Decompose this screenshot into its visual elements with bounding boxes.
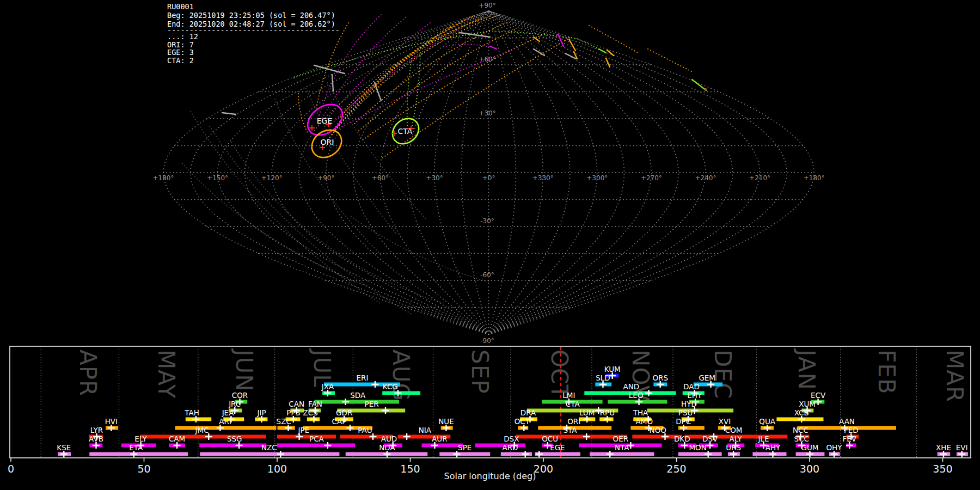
shower-bar-AUR [422,444,463,448]
radiant-label-CTA: CTA [398,127,413,136]
gray-meteor-segment [332,75,333,91]
gray-meteor-segment [314,65,345,74]
shower-label-SPE: SPE [458,443,471,452]
green-trail [577,39,598,48]
latitude-label: +60° [479,56,495,63]
axis-tick-label: 150 [400,463,420,475]
orange-trail [336,16,473,126]
latitude-label: -90° [480,337,494,345]
shower-peak-marker-ERI [372,381,379,388]
shower-label-KCG: KCG [383,382,398,391]
gray-trail [191,112,381,304]
shower-bar-JMC [140,435,266,439]
longitude-label: +60° [372,174,389,182]
shower-label-PER: PER [365,400,379,408]
shower-label-JEA: JEA [222,408,235,417]
shower-label-DAD: DAD [683,382,700,391]
shower-label-COR: COR [232,391,248,400]
shower-label-ORS: ORS [652,373,668,382]
shower-label-DSV: DSV [702,434,718,443]
shower-label-NTA: NTA [615,443,629,452]
axis-tick-label: 250 [666,463,686,475]
gray-trail [210,126,413,315]
meteor-radiant-screen: +180°+150°+120°+90°+60°+30°+0°+330°+300°… [0,0,980,490]
radiant-label-ORI: ORI [321,138,334,146]
shower-label-NDA: NDA [379,443,395,452]
shower-label-JIP: JIP [257,408,266,417]
shower-label-CTA: CTA [566,400,580,408]
shower-label-ARI: ARI [219,417,231,426]
shower-label-DRA: DRA [520,408,536,417]
shower-label-KSE: KSE [57,443,71,452]
station-id: RU0001 [167,2,194,11]
axis-tick-label: 50 [137,463,150,475]
shower-label-EVI: EVI [956,443,968,452]
timeline-shower-bars: KUMERISLDORSGEMJXAKCGANDDADCORSDALMILEOE… [57,365,968,457]
orange-trail [348,15,498,115]
shower-label-NOO: NOO [650,426,666,434]
shower-label-SCC: SCC [794,434,809,443]
latitude-label: -30° [480,217,494,225]
shower-bar-ETA [89,452,188,456]
radiant-marker-EGE [309,125,315,131]
shower-label-LEO: LEO [629,391,644,400]
longitude-label: +210° [749,174,770,182]
shower-counts: ...: 12ORI: 7EGE: 3CTA: 2 [167,32,198,65]
shower-label-AVB: AVB [89,434,103,443]
shower-label-JPE: JPE [298,426,310,434]
longitude-label: +240° [695,174,716,182]
shower-label-DPC: DPC [676,417,691,426]
shower-label-EGE: EGE [550,443,565,452]
shower-label-EHY: EHY [687,391,702,400]
shower-label-SSG: SSG [227,434,242,443]
shower-bar-SDA [315,400,400,404]
shower-label-ORI: ORI [567,417,580,426]
shower-label-SLD: SLD [596,373,610,382]
shower-label-AND: AND [623,382,640,391]
grid-meridian [489,11,760,334]
axis-tick-label: 300 [800,463,819,475]
month-label-JUL: JUL [309,348,335,388]
shower-label-GUM: GUM [801,443,819,452]
shower-label-COM: COM [725,426,743,434]
shower-label-PSU: PSU [678,408,693,417]
magenta-meteor-segment [490,46,497,49]
longitude-label: +180° [153,174,174,182]
shower-peak-marker-PER [382,407,389,414]
shower-label-HVI: HVI [105,417,118,426]
shower-label-PCA: PCA [309,434,324,443]
shower-label-OCT: OCT [514,417,530,426]
shower-bar-ARI [175,426,277,430]
shower-radiant-ellipses: EGEORICTA [302,98,424,163]
shower-label-CAP: CAP [332,417,346,426]
axis-tick-label: 100 [267,463,287,475]
latitude-label: -60° [480,271,494,279]
month-label-JAN: JAN [793,348,820,390]
shower-label-OCU: OCU [542,434,558,443]
orange-trail [589,26,638,53]
shower-label-ARD: ARD [502,443,518,452]
shower-peak-marker-ARD [522,451,529,457]
shower-peak-marker-NTA [607,451,614,457]
orange-meteor-segment [606,58,610,67]
shower-label-SZC: SZC [277,417,291,426]
observation-info-panel: RU0001 Beg: 20251019 23:25:05 (sol = 206… [167,2,340,65]
shower-label-CAM: CAM [169,434,185,443]
radiant-label-EGE: EGE [317,117,333,125]
shower-label-FED: FED [844,426,859,434]
grid-meridian [272,11,488,334]
gray-meteor-segment [460,33,490,37]
magenta-trail [444,45,497,48]
begin-time: Beg: 20251019 23:25:05 (sol = 206.47°) [167,11,335,20]
radiant-map-and-timeline-plot: +180°+150°+120°+90°+60°+30°+0°+330°+300°… [0,0,980,490]
shower-label-RPU: RPU [600,408,615,417]
longitude-label: +270° [641,174,662,182]
shower-label-LMI: LMI [562,391,575,400]
month-label-MAY: MAY [153,350,180,399]
shower-bar-NTA [590,452,654,456]
shower-label-NUE: NUE [438,417,454,426]
shower-label-PAU: PAU [358,426,372,434]
longitude-label: +180° [804,174,825,182]
shower-label-JMC: JMC [195,426,209,434]
shower-label-ERI: ERI [357,373,369,382]
